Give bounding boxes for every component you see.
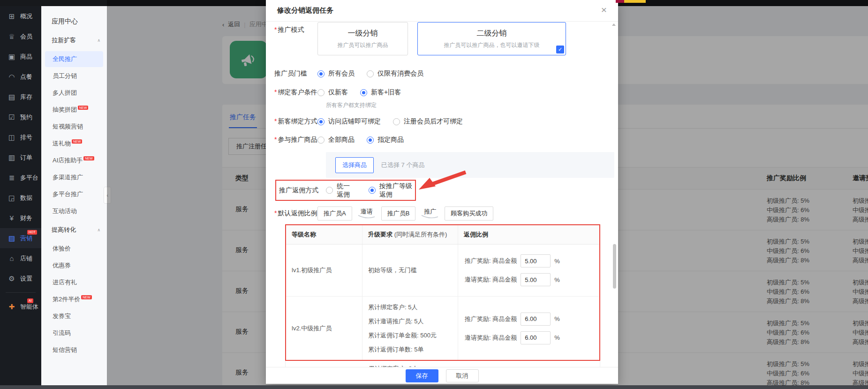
sidebar-item-overview[interactable]: ⊞概况 <box>0 6 41 26</box>
level-row: lv1.初级推广员初始等级，无门槛推广奖励: 商品金额%邀请奖励: 商品金额% <box>286 244 599 297</box>
level-name: lv2.中级推广员 <box>286 297 362 360</box>
app-item-label: 多人拼团 <box>53 89 77 96</box>
app-section-label: 拉新扩客 <box>52 36 76 45</box>
app-item-多渠道推广[interactable]: 多渠道推广 <box>45 169 103 185</box>
queue-icon: ◫ <box>8 133 16 142</box>
selected-products-count: 已选择 7 个商品 <box>381 161 424 169</box>
radio-icon <box>317 89 325 96</box>
modal-scrollbar[interactable] <box>613 244 616 289</box>
app-item-体验价[interactable]: 体验价 <box>45 241 103 257</box>
icon-sidebar: ⊞概况♕会员▣商品◠点餐▤库存☑预约◫排号▥订单≣多平台◲数据¥财务▨营销HOT… <box>0 6 41 385</box>
sidebar-item-marketing[interactable]: ▨营销HOT <box>0 228 41 248</box>
app-item-引流码[interactable]: 引流码 <box>45 325 103 341</box>
sidebar-item-multi-platform[interactable]: ≣多平台 <box>0 168 41 188</box>
app-item-优惠券[interactable]: 优惠券 <box>45 258 103 274</box>
close-icon[interactable]: × <box>601 4 607 15</box>
percent-sign: % <box>554 334 560 341</box>
save-button[interactable]: 保存 <box>406 369 438 382</box>
radio-option[interactable]: 注册会员后才可绑定 <box>393 117 463 126</box>
app-item-第2件半价[interactable]: 第2件半价NEW <box>45 291 103 307</box>
promo-mode-card[interactable]: 一级分销推广员可以推广商品 <box>317 22 408 55</box>
app-item-送礼物[interactable]: 送礼物NEW <box>45 136 103 152</box>
app-item-多平台推广[interactable]: 多平台推广 <box>45 186 103 202</box>
new-badge: NEW <box>81 295 91 299</box>
required-asterisk: * <box>274 209 277 217</box>
flow-arrow-label: 邀请 <box>361 208 373 214</box>
app-item-短信营销[interactable]: 短信营销 <box>45 342 103 358</box>
levels-table: 等级名称 升级要求 (同时满足所有条件) 返佣比例 lv1.初级推广员初始等级，… <box>285 224 600 361</box>
radio-option[interactable]: 新客+旧客 <box>360 88 401 97</box>
app-section-header[interactable]: 拉新扩客∧ <box>41 31 107 50</box>
ratio-input[interactable] <box>521 313 551 326</box>
sidebar-item-dining[interactable]: ◠点餐 <box>0 67 41 87</box>
flow-node: 顾客购买成功 <box>445 206 493 221</box>
ratio-input[interactable] <box>521 331 551 344</box>
sidebar-item-store[interactable]: ⌂店铺 <box>0 248 41 268</box>
radio-option[interactable]: 按推广等级返佣 <box>369 182 415 199</box>
field-label: *参与推广商品 <box>274 136 317 144</box>
percent-sign: % <box>554 276 560 283</box>
radio-option[interactable]: 所有会员 <box>317 69 355 78</box>
level-requirements: 初始等级，无门槛 <box>362 244 458 296</box>
sidebar-item-label: 订单 <box>20 153 32 162</box>
requirement-line: 累计绑定客户: 5人 <box>368 300 458 314</box>
ratio-input[interactable] <box>521 254 551 267</box>
sidebar-item-orders[interactable]: ▥订单 <box>0 147 41 168</box>
ratio-label: 推广奖励: 商品金额 <box>465 257 517 265</box>
sidebar-item-label: 预约 <box>20 113 32 122</box>
scrollbar-up-arrow[interactable] <box>612 23 616 26</box>
products-icon: ▣ <box>8 53 16 61</box>
highlight-box-commission-mode: 推广返佣方式 统一返佣按推广等级返佣 <box>275 180 416 201</box>
ratio-line: 邀请奖励: 商品金额% <box>465 331 599 344</box>
app-item-label: 引流码 <box>53 329 71 336</box>
flow-arrow-label: 推广 <box>424 208 436 214</box>
app-item-label: 第2件半价 <box>53 296 80 303</box>
sidebar-item-queue[interactable]: ◫排号 <box>0 127 41 147</box>
sidebar-item-label: 点餐 <box>20 73 32 81</box>
requirement-line: 累计返佣订单数: 5单 <box>368 343 458 357</box>
sidebar-item-ai-agent[interactable]: ✚智能体AI <box>0 297 41 317</box>
sidebar-item-members[interactable]: ♕会员 <box>0 26 41 46</box>
sidebar-item-label: 营销 <box>20 234 32 243</box>
app-item-短视频营销[interactable]: 短视频营销 <box>45 119 103 135</box>
sidebar-item-settings[interactable]: ⚙设置 <box>0 268 41 289</box>
app-item-AI店推助手[interactable]: AI店推助手NEW <box>45 153 103 168</box>
app-item-进店有礼[interactable]: 进店有礼 <box>45 275 103 290</box>
promo-mode-card[interactable]: 二级分销推广员可以推广商品，也可以邀请下级✓ <box>417 22 566 55</box>
app-item-多人拼团[interactable]: 多人拼团 <box>45 85 103 101</box>
sidebar-item-finance[interactable]: ¥财务 <box>0 208 41 228</box>
sidebar-item-label: 会员 <box>20 32 32 41</box>
app-item-互动活动[interactable]: 互动活动 <box>45 203 103 219</box>
requirement-line: 初始等级，无门槛 <box>368 263 458 277</box>
card-title: 一级分销 <box>348 29 378 38</box>
sidebar-item-label: 财务 <box>20 214 32 222</box>
radio-option[interactable]: 访问店铺即可绑定 <box>317 117 381 126</box>
radio-option[interactable]: 仅新客 <box>317 88 348 97</box>
radio-option[interactable]: 指定商品 <box>367 136 404 144</box>
radio-icon <box>317 137 325 144</box>
cancel-button[interactable]: 取消 <box>446 369 479 382</box>
browser-corner-accent <box>616 0 624 3</box>
app-item-发券宝[interactable]: 发券宝 <box>45 308 103 324</box>
field-label: *默认返佣比例 <box>274 209 317 218</box>
required-asterisk: * <box>274 136 277 143</box>
app-item-员工分销[interactable]: 员工分销 <box>45 68 103 84</box>
radio-option[interactable]: 统一返佣 <box>326 182 356 199</box>
app-item-抽奖拼团[interactable]: 抽奖拼团NEW <box>45 102 103 118</box>
radio-label: 访问店铺即可绑定 <box>328 117 381 126</box>
ratio-input[interactable] <box>521 273 551 286</box>
app-item-label: 发券宝 <box>53 313 71 320</box>
sidebar-item-booking[interactable]: ☑预约 <box>0 107 41 127</box>
annotation-arrow-icon <box>417 169 471 192</box>
sidebar-item-data[interactable]: ◲数据 <box>0 188 41 208</box>
field-label: *新客绑定方式 <box>274 117 317 126</box>
radio-option[interactable]: 仅限有消费会员 <box>367 69 423 78</box>
modal-title: 修改分销返佣任务 <box>277 6 333 15</box>
app-item-全民推广[interactable]: 全民推广 <box>45 51 103 67</box>
select-products-button[interactable]: 选择商品 <box>335 157 374 173</box>
radio-option[interactable]: 全部商品 <box>317 136 355 144</box>
sidebar-item-inventory[interactable]: ▤库存 <box>0 87 41 107</box>
app-section-header[interactable]: 提高转化∧ <box>41 220 107 240</box>
sidebar-item-products[interactable]: ▣商品 <box>0 46 41 67</box>
app-item-label: 进店有礼 <box>53 279 77 286</box>
